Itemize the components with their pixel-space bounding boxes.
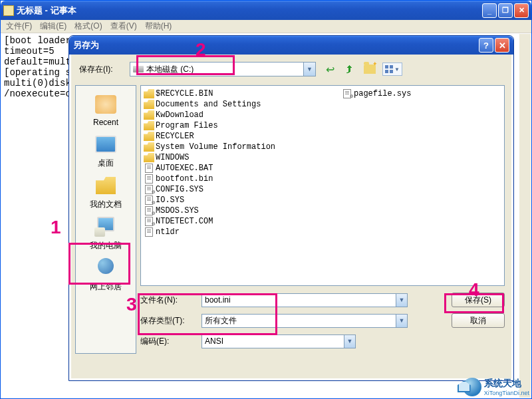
view-menu-button[interactable]: ▼ — [382, 63, 402, 76]
file-name: pagefile.sys — [354, 89, 411, 98]
system-file-icon — [145, 185, 153, 194]
folder-icon — [144, 89, 154, 98]
folder-icon — [144, 110, 154, 120]
filetype-value: 所有文件 — [205, 315, 237, 327]
list-item[interactable]: NTDETECT.COM — [144, 216, 501, 227]
folder-icon — [144, 100, 154, 109]
file-icon — [145, 227, 153, 237]
menu-help[interactable]: 帮助(H) — [142, 20, 175, 33]
notepad-menubar: 文件(F) 编辑(E) 格式(O) 查看(V) 帮助(H) — [1, 20, 531, 33]
place-network[interactable]: 网上邻居 — [78, 255, 134, 295]
file-icon — [145, 164, 153, 173]
dialog-close-button[interactable]: ✕ — [495, 38, 509, 53]
my-documents-icon — [96, 177, 116, 194]
list-item[interactable]: Documents and Settings — [144, 99, 501, 110]
list-item[interactable]: CONFIG.SYS — [144, 184, 501, 195]
up-one-level-icon[interactable]: ⮭ — [342, 62, 357, 76]
back-icon[interactable]: ↩ — [323, 62, 337, 76]
filename-label: 文件名(N): — [140, 295, 201, 306]
my-computer-icon — [94, 217, 117, 237]
file-name: IO.SYS — [156, 196, 184, 205]
network-places-icon — [95, 258, 116, 278]
filetype-select[interactable]: 所有文件 ▼ — [201, 314, 408, 328]
file-icon — [145, 174, 153, 184]
menu-edit[interactable]: 编辑(E) — [37, 20, 69, 33]
minimize-button[interactable]: _ — [482, 3, 497, 18]
close-button[interactable]: ✕ — [514, 3, 529, 18]
new-folder-icon[interactable] — [362, 62, 377, 76]
drive-icon — [133, 66, 144, 72]
list-item[interactable]: System Volume Information — [144, 142, 501, 152]
file-name: CONFIG.SYS — [156, 185, 203, 194]
system-file-icon — [145, 217, 153, 226]
notepad-title: 无标题 - 记事本 — [17, 5, 482, 17]
list-item[interactable]: RECYCLER — [144, 131, 501, 142]
system-file-icon — [145, 206, 153, 215]
menu-format[interactable]: 格式(O) — [72, 20, 104, 33]
file-name: Program Files — [156, 121, 218, 130]
chevron-down-icon[interactable]: ▼ — [344, 335, 355, 348]
file-name: ntldr — [156, 227, 180, 237]
file-name: Documents and Settings — [156, 100, 261, 109]
list-item[interactable]: KwDownload — [144, 110, 501, 120]
watermark: 系统天地 XiTongTianDi.net — [458, 378, 529, 396]
chevron-down-icon[interactable]: ▼ — [303, 63, 315, 76]
place-my-documents[interactable]: 我的文档 — [78, 172, 134, 212]
filename-input[interactable]: boot.ini ▼ — [201, 293, 408, 307]
help-button[interactable]: ? — [479, 38, 493, 53]
list-item[interactable]: MSDOS.SYS — [144, 205, 501, 216]
menu-file[interactable]: 文件(F) — [3, 20, 35, 33]
list-item[interactable]: WINDOWS — [144, 152, 501, 163]
folder-icon — [144, 132, 154, 141]
system-file-icon — [343, 89, 351, 98]
file-name: KwDownload — [156, 110, 203, 120]
list-item[interactable]: IO.SYS — [144, 195, 501, 205]
file-list[interactable]: $RECYCLE.BINDocuments and SettingsKwDown… — [140, 85, 505, 286]
list-item[interactable]: AUTOEXEC.BAT — [144, 163, 501, 174]
cancel-button[interactable]: 取消 — [452, 313, 505, 328]
chevron-down-icon[interactable]: ▼ — [396, 294, 407, 307]
list-item[interactable]: ntldr — [144, 227, 501, 237]
encoding-select[interactable]: ANSI ▼ — [201, 334, 356, 348]
file-name: WINDOWS — [156, 153, 189, 162]
desktop-icon — [95, 136, 116, 153]
list-item[interactable]: bootfont.bin — [144, 174, 501, 184]
save-in-combo[interactable]: 本地磁盘 (C:) ▼ — [130, 62, 316, 76]
list-item[interactable]: pagefile.sys — [342, 88, 411, 99]
file-name: AUTOEXEC.BAT — [156, 164, 213, 173]
notepad-icon — [3, 5, 14, 16]
recent-icon — [95, 95, 116, 114]
folder-icon — [144, 121, 154, 130]
save-button[interactable]: 保存(S) — [452, 293, 505, 307]
file-name: System Volume Information — [156, 142, 275, 152]
encoding-label: 编码(E): — [140, 336, 201, 347]
file-name: $RECYCLE.BIN — [156, 89, 213, 98]
file-name: bootfont.bin — [156, 174, 213, 184]
vertical-scrollbar[interactable] — [519, 34, 531, 398]
save-as-dialog: 另存为 ? ✕ 保存在(I): 本地磁盘 (C:) ▼ ↩ ⮭ ▼ Recent — [68, 35, 514, 381]
folder-icon — [144, 153, 154, 162]
save-in-label: 保存在(I): — [76, 64, 130, 75]
encoding-value: ANSI — [205, 336, 223, 346]
place-recent[interactable]: Recent — [78, 90, 134, 130]
filename-value: boot.ini — [205, 295, 231, 305]
place-desktop[interactable]: 桌面 — [78, 131, 134, 171]
maximize-button[interactable]: ❐ — [498, 3, 513, 18]
file-name: NTDETECT.COM — [156, 217, 213, 226]
system-file-icon — [145, 196, 153, 205]
notepad-titlebar[interactable]: 无标题 - 记事本 _ ❐ ✕ — [1, 1, 531, 20]
file-name: MSDOS.SYS — [156, 206, 199, 215]
place-my-computer[interactable]: 我的电脑 — [78, 213, 134, 253]
menu-view[interactable]: 查看(V) — [108, 20, 140, 33]
list-item[interactable]: $RECYCLE.BIN — [144, 88, 501, 99]
save-in-value: 本地磁盘 (C:) — [146, 64, 194, 75]
folder-icon — [144, 142, 154, 152]
filetype-label: 保存类型(T): — [140, 315, 201, 327]
file-name: RECYCLER — [156, 132, 194, 141]
places-bar: Recent 桌面 我的文档 我的电脑 网上邻居 — [75, 85, 136, 354]
list-item[interactable]: Program Files — [144, 120, 501, 131]
chevron-down-icon[interactable]: ▼ — [396, 315, 407, 327]
save-as-titlebar[interactable]: 另存为 ? ✕ — [69, 36, 513, 55]
save-as-title: 另存为 — [73, 39, 99, 51]
